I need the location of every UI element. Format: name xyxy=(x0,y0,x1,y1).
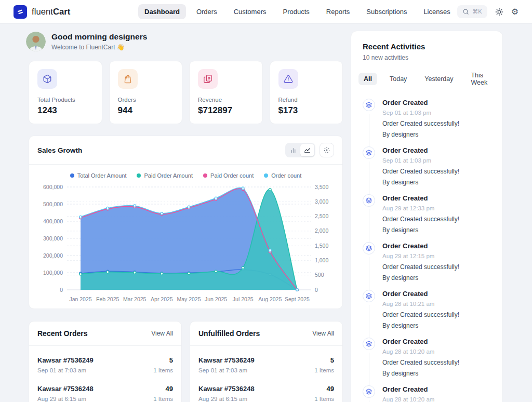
bar-chart-icon[interactable] xyxy=(286,144,300,156)
unfulfilled-orders-card: Unfulfilled Orders View All Kawsar #7536… xyxy=(190,321,343,402)
legend-label: Paid Order count xyxy=(210,172,254,179)
activity-description: Order Created successfully! xyxy=(382,216,459,223)
svg-text:500: 500 xyxy=(315,272,324,278)
package-icon xyxy=(37,69,57,89)
svg-text:300,000: 300,000 xyxy=(43,235,63,242)
activity-description: Order Created successfully! xyxy=(382,120,459,127)
order-items-count: 1 Items xyxy=(153,367,173,373)
nav-item-dashboard[interactable]: Dashboard xyxy=(138,4,186,19)
timeline-connector xyxy=(369,114,369,146)
order-row[interactable]: Kawsar #7536248 Aug 29 at 6:15 am 49 1 I… xyxy=(198,379,334,402)
activities-list: Order Created Sep 01 at 1:03 pm Order Cr… xyxy=(363,99,491,402)
order-items-count: 1 Items xyxy=(314,367,334,373)
layers-icon xyxy=(363,194,375,207)
activity-time: Sep 01 at 1:03 pm xyxy=(382,157,459,164)
timeline-connector xyxy=(369,305,369,338)
svg-text:Sept 2025: Sept 2025 xyxy=(285,296,310,302)
activities-tab[interactable]: All xyxy=(358,73,377,85)
order-customer: Kawsar #7536248 xyxy=(37,385,94,393)
stat-card: Refund $173 xyxy=(270,61,343,124)
activity-title: Order Created xyxy=(382,290,459,298)
sales-growth-chart: 0100,000200,000300,000400,000500,000600,… xyxy=(37,181,335,305)
chart-type-switcher xyxy=(285,143,315,157)
stat-value: $712897 xyxy=(198,105,254,116)
fluentcart-logo-icon xyxy=(14,5,27,19)
recent-activities-panel: Recent Activities 10 new activities All … xyxy=(351,31,503,402)
activities-subtitle: 10 new activities xyxy=(363,54,491,61)
activities-tabs: All Today Yesterday This Week xyxy=(358,69,491,89)
activities-tab[interactable]: Today xyxy=(384,73,412,85)
timeline-connector xyxy=(369,162,369,194)
activity-title: Order Created xyxy=(382,194,459,202)
order-date: Aug 29 at 6:15 am xyxy=(198,396,255,402)
brand-name: fluentCart xyxy=(32,7,70,17)
activities-tab[interactable]: This Week xyxy=(466,69,493,89)
order-row[interactable]: Kawsar #7536249 Sep 01 at 7:03 am 5 1 It… xyxy=(198,350,334,379)
svg-text:2,000: 2,000 xyxy=(315,227,328,234)
svg-text:May 2025: May 2025 xyxy=(177,296,201,302)
legend-dot xyxy=(264,173,268,178)
chart-legend: Total Order Amount Paid Order Amount Pai… xyxy=(29,165,342,181)
activity-title: Order Created xyxy=(382,146,459,154)
chart-options-icon[interactable] xyxy=(320,143,334,157)
stat-label: Total Products xyxy=(37,97,94,103)
nav-item-licenses[interactable]: Licenses xyxy=(417,4,456,19)
nav-item-orders[interactable]: Orders xyxy=(190,4,223,19)
activities-title: Recent Activities xyxy=(363,42,491,51)
nav-item-reports[interactable]: Reports xyxy=(320,4,356,19)
legend-item[interactable]: Order count xyxy=(264,172,301,179)
stat-card: Total Products 1243 xyxy=(29,61,102,124)
activities-tab[interactable]: Yesterday xyxy=(419,73,458,85)
order-customer: Kawsar #7536249 xyxy=(198,356,255,364)
theme-toggle-icon[interactable] xyxy=(495,8,503,16)
svg-text:Jan 2025: Jan 2025 xyxy=(69,296,91,302)
search-button[interactable]: ⌘K xyxy=(457,5,487,18)
svg-text:0: 0 xyxy=(60,287,63,293)
settings-gear-icon[interactable]: ⚙ xyxy=(511,8,518,16)
layers-icon xyxy=(363,99,375,111)
activity-time: Aug 29 at 12:15 pm xyxy=(382,253,459,259)
stat-label: Revenue xyxy=(198,97,254,103)
user-avatar[interactable] xyxy=(26,32,46,51)
svg-text:400,000: 400,000 xyxy=(43,218,63,224)
main-nav: Dashboard Orders Customers Products Repo… xyxy=(138,4,457,19)
svg-text:Aug 2025: Aug 2025 xyxy=(258,296,282,302)
svg-text:3,000: 3,000 xyxy=(315,198,328,205)
activity-title: Order Created xyxy=(382,385,459,393)
activity-item: Order Created Aug 28 at 10:20 am Order C… xyxy=(363,338,491,385)
svg-text:2,500: 2,500 xyxy=(315,213,328,219)
order-date: Sep 01 at 7:03 am xyxy=(198,367,255,373)
activity-author: By designers xyxy=(382,226,459,234)
legend-label: Paid Order Amount xyxy=(144,172,193,179)
recent-orders-card: Recent Orders View All Kawsar #7536249 S… xyxy=(29,321,182,402)
activity-title: Order Created xyxy=(382,242,459,250)
activity-time: Aug 28 at 10:21 am xyxy=(382,301,459,307)
layers-icon xyxy=(363,146,375,159)
stat-value: 1243 xyxy=(37,105,94,116)
nav-item-products[interactable]: Products xyxy=(277,4,316,19)
recent-orders-view-all-link[interactable]: View All xyxy=(151,330,173,337)
legend-item[interactable]: Total Order Amount xyxy=(70,172,127,179)
unfulfilled-orders-view-all-link[interactable]: View All xyxy=(312,330,334,337)
activity-item: Order Created Aug 29 at 12:33 pm Order C… xyxy=(363,194,491,242)
line-chart-icon[interactable] xyxy=(300,144,314,156)
timeline-connector xyxy=(369,257,369,290)
svg-text:100,000: 100,000 xyxy=(43,270,63,276)
legend-item[interactable]: Paid Order Amount xyxy=(137,172,193,179)
svg-text:1,500: 1,500 xyxy=(315,243,328,249)
order-items-count: 1 Items xyxy=(153,396,173,402)
search-icon xyxy=(462,8,469,15)
nav-item-customers[interactable]: Customers xyxy=(228,4,273,19)
stat-card: Orders 944 xyxy=(109,61,183,124)
order-row[interactable]: Kawsar #7536248 Aug 29 at 6:15 am 49 1 I… xyxy=(37,379,173,402)
brand[interactable]: fluentCart xyxy=(14,5,127,19)
activity-description: Order Created successfully! xyxy=(382,263,459,271)
chart-title: Sales Growth xyxy=(37,146,82,154)
order-row[interactable]: Kawsar #7536249 Sep 01 at 7:03 am 5 1 It… xyxy=(37,350,173,379)
order-items-count: 1 Items xyxy=(314,396,334,402)
nav-item-subscriptions[interactable]: Subscriptions xyxy=(360,4,413,19)
svg-text:Mar 2025: Mar 2025 xyxy=(123,296,147,302)
unfulfilled-orders-title: Unfulfilled Orders xyxy=(198,329,260,338)
activity-author: By designers xyxy=(382,322,459,329)
legend-item[interactable]: Paid Order count xyxy=(203,172,254,179)
